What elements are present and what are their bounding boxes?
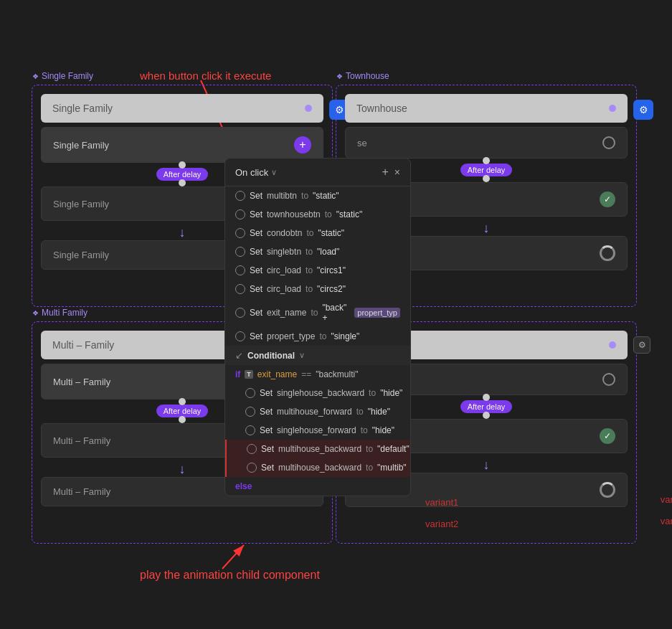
popup-row-8: Set propert_type to "single" (225, 327, 410, 346)
popup-actions: + × (382, 166, 400, 179)
popup-row-mh-fwd: Set multihouse_forward to "hide" (225, 402, 410, 421)
popup-row-sh-fwd: Set singlehouse_forward to "hide" (225, 421, 410, 440)
set-icon-7 (235, 308, 245, 318)
set-icon-sh (245, 388, 255, 398)
th-row2-label: se (357, 138, 367, 148)
popup-add-button[interactable]: + (382, 166, 388, 179)
th-header-label: Townhouse (356, 103, 407, 114)
popup-title: On click ∨ (235, 167, 277, 178)
set-icon-3 (235, 228, 245, 238)
mf-row3-label: Multi – Family (53, 435, 110, 446)
popup-row-sh-back: Set singlehouse_backward to "hide" (225, 384, 410, 402)
onclick-popup[interactable]: On click ∨ + × Set multibtn to "static" … (224, 158, 411, 496)
set-icon-1 (235, 191, 245, 201)
text-type-icon: T (245, 370, 253, 379)
th-check-indicator: ✓ (600, 191, 615, 207)
condo-circle-indicator (602, 373, 615, 386)
popup-row-1: Set multibtn to "static" (225, 186, 410, 205)
sf-row3-label: Single Family (53, 199, 109, 209)
conditional-label: Conditional (247, 351, 295, 361)
mf-row4-label: Multi – Family (53, 486, 110, 497)
condo-gear-button[interactable]: ⚙ (633, 336, 650, 354)
popup-if-row: if T exit_name == "backmulti" (225, 365, 410, 384)
set-icon-5 (235, 265, 245, 275)
sf-button-label: Single Family (53, 140, 109, 151)
top-annotation: when button click it execute (140, 70, 271, 82)
conditional-icon: ↙ (235, 350, 243, 361)
variant2-label-ext: variant2 (425, 519, 458, 529)
townhouse-title: Townhouse (336, 71, 389, 81)
condo-loading-indicator (600, 482, 615, 498)
variant1-label-ext: variant1 (425, 497, 458, 508)
set-icon-2 (235, 209, 245, 219)
th-circle-indicator (602, 136, 615, 149)
popup-row-7: Set exit_name to "back" + propert_typ (225, 298, 410, 327)
popup-header: On click ∨ + × (225, 159, 410, 186)
sf-header-box: Single Family (41, 94, 323, 123)
set-icon-mhf (245, 407, 255, 417)
popup-row-mh-back-multib: Set multihouse_backward to "multib" (225, 458, 410, 477)
popup-row-3: Set condobtn to "static" (225, 224, 410, 242)
mf-header-label: Multi – Family (52, 339, 114, 351)
popup-row-4: Set singlebtn to "load" (225, 242, 410, 261)
sf-plus-button[interactable]: + (294, 136, 311, 153)
th-gear-button[interactable]: ⚙ (633, 100, 653, 120)
popup-row-2: Set townhousebtn to "static" (225, 205, 410, 224)
th-header-box: Townhouse (345, 94, 628, 123)
variant2-label: variant2 (661, 516, 672, 526)
popup-conditional-row: ↙ Conditional ∨ (225, 346, 410, 365)
popup-else-row: else (225, 477, 410, 496)
set-icon-mhbm (247, 463, 257, 473)
propert-type-tag: propert_typ (354, 308, 400, 318)
set-icon-4 (235, 247, 245, 257)
popup-row-mh-back-default: Set multihouse_backward to "default" (225, 440, 410, 458)
popup-row-5: Set circ_load to "circs1" (225, 261, 410, 280)
popup-row-6: Set circ_load to "circs2" (225, 280, 410, 298)
popup-close-button[interactable]: × (394, 166, 400, 178)
set-icon-mhbd (247, 444, 257, 454)
set-icon-6 (235, 284, 245, 294)
single-family-title: Single Family (32, 71, 93, 81)
th-row2: se (345, 127, 628, 159)
set-icon-shf (245, 425, 255, 435)
sf-header-label: Single Family (52, 103, 113, 114)
sf-row4-label: Single Family (53, 250, 109, 260)
bottom-annotation: play the animation child component (140, 569, 320, 582)
set-icon-8 (235, 331, 245, 341)
th-loading-indicator (600, 245, 615, 261)
mf-button-label: Multi – Family (53, 377, 110, 387)
variant1-label: variant1 (661, 494, 672, 505)
multi-family-title: Multi Family (32, 308, 87, 318)
condo-check-indicator: ✓ (600, 428, 615, 444)
